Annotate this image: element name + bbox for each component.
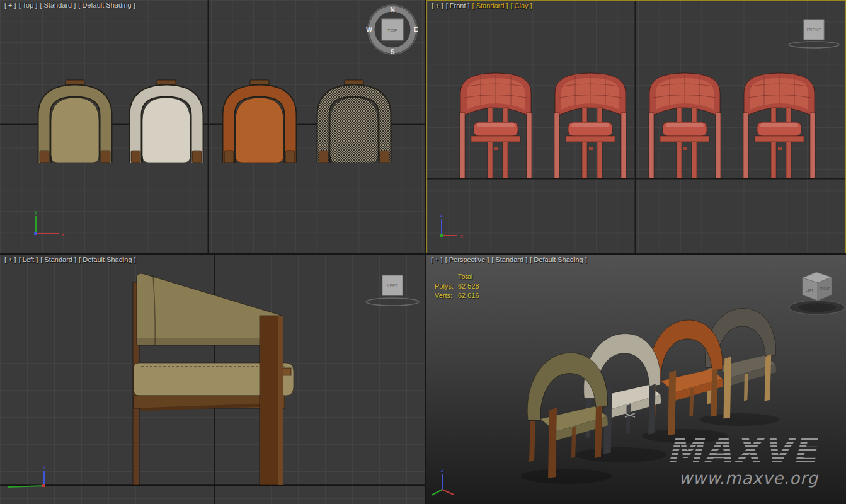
svg-text:z: z bbox=[441, 467, 444, 473]
viewport-menu-general[interactable]: [ + ] bbox=[432, 2, 443, 9]
chair-shadow bbox=[521, 469, 612, 484]
svg-text:FRONT: FRONT bbox=[807, 28, 821, 32]
watermark-url: www.maxve.org bbox=[666, 469, 818, 488]
viewcube-icon[interactable]: LEFT FRONT bbox=[789, 272, 845, 314]
viewport-label-front: [ + ][ Front ][ Standard ][ Clay ] bbox=[432, 2, 535, 9]
world-axis-icon: y x bbox=[34, 209, 65, 238]
compass-north[interactable]: N bbox=[390, 6, 394, 13]
svg-text:FRONT: FRONT bbox=[820, 287, 830, 290]
chair-clay-front-view[interactable] bbox=[649, 73, 721, 178]
watermark-logo: MAXVE bbox=[666, 434, 818, 467]
viewport-menu-pov[interactable]: [ Perspective ] bbox=[445, 256, 489, 263]
svg-text:LEFT: LEFT bbox=[806, 289, 813, 292]
chair-clay-front-view[interactable] bbox=[743, 73, 815, 178]
svg-text:x: x bbox=[62, 231, 65, 238]
viewport-menu-general[interactable]: [ + ] bbox=[4, 1, 16, 9]
chair-shadow bbox=[576, 447, 666, 462]
viewport-menu-shading[interactable]: [ Default Shading ] bbox=[78, 1, 135, 9]
world-axis-icon: z bbox=[432, 467, 454, 495]
world-axis-icon: z bbox=[8, 464, 46, 487]
viewport-perspective[interactable]: [ + ][ Perspective ][ Standard ][ Defaul… bbox=[426, 255, 846, 504]
watermark: MAXVE www.maxve.org bbox=[666, 434, 818, 488]
chair-houndstooth-top-view[interactable] bbox=[319, 80, 389, 163]
viewport-menu-shading[interactable]: [ Default Shading ] bbox=[79, 256, 136, 263]
viewport-left[interactable]: [ + ][ Left ][ Standard ][ Default Shadi… bbox=[0, 255, 425, 504]
viewport-menu-general[interactable]: [ + ] bbox=[431, 256, 443, 263]
chair-olive-top-view[interactable] bbox=[40, 80, 110, 163]
viewport-menu-pov[interactable]: [ Front ] bbox=[446, 2, 470, 9]
chair-olive-side-view[interactable] bbox=[133, 273, 294, 485]
viewport-top[interactable]: [ + ][ Top ][ Standard ][ Default Shadin… bbox=[0, 0, 425, 253]
viewport-label-top: [ + ][ Top ][ Standard ][ Default Shadin… bbox=[4, 1, 138, 9]
world-axis-icon: z x bbox=[440, 212, 464, 239]
svg-text:y: y bbox=[35, 209, 38, 215]
viewcube-icon[interactable]: FRONT bbox=[789, 20, 839, 48]
chair-clay-front-view[interactable] bbox=[460, 73, 532, 178]
viewport-menu-renderer[interactable]: [ Standard ] bbox=[491, 256, 527, 263]
svg-text:TOP: TOP bbox=[387, 28, 397, 33]
viewport-menu-shading[interactable]: [ Default Shading ] bbox=[530, 256, 587, 263]
viewport-menu-renderer[interactable]: [ Standard ] bbox=[472, 2, 508, 9]
svg-text:LEFT: LEFT bbox=[387, 284, 397, 288]
viewport-label-perspective: [ + ][ Perspective ][ Standard ][ Defaul… bbox=[431, 256, 590, 263]
compass-east[interactable]: E bbox=[414, 26, 418, 33]
max-quad-viewport: [ + ][ Top ][ Standard ][ Default Shadin… bbox=[0, 0, 846, 504]
svg-text:x: x bbox=[460, 233, 464, 239]
viewport-label-left: [ + ][ Left ][ Standard ][ Default Shadi… bbox=[4, 256, 139, 263]
svg-text:z: z bbox=[43, 464, 46, 470]
viewport-menu-renderer[interactable]: [ Standard ] bbox=[40, 256, 76, 263]
compass-south[interactable]: S bbox=[391, 49, 395, 55]
viewport-menu-pov[interactable]: [ Left ] bbox=[19, 256, 38, 263]
viewcube-icon[interactable]: LEFT bbox=[366, 275, 419, 306]
viewport-menu-pov[interactable]: [ Top ] bbox=[19, 1, 38, 9]
viewport-menu-general[interactable]: [ + ] bbox=[4, 256, 16, 263]
compass-west[interactable]: W bbox=[366, 26, 372, 33]
viewcube-compass-icon[interactable]: TOP N E S W bbox=[366, 5, 418, 55]
viewport-menu-shading[interactable]: [ Clay ] bbox=[510, 2, 532, 9]
chair-rust-top-view[interactable] bbox=[224, 80, 295, 163]
viewport-front[interactable]: [ + ][ Front ][ Standard ][ Clay ] bbox=[426, 0, 846, 253]
viewport-menu-renderer[interactable]: [ Standard ] bbox=[40, 1, 76, 9]
chair-clay-front-view[interactable] bbox=[554, 73, 626, 178]
svg-text:z: z bbox=[440, 212, 443, 218]
chair-cream-top-view[interactable] bbox=[131, 80, 202, 163]
